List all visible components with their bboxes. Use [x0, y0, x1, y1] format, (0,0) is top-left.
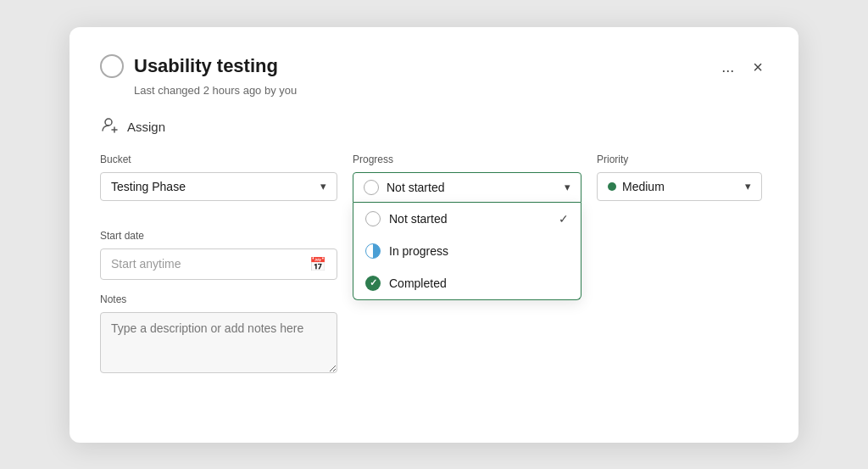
- progress-dropdown[interactable]: Not started ▾: [353, 172, 581, 203]
- not-started-check: ✓: [559, 212, 569, 226]
- more-options-button[interactable]: ...: [716, 55, 739, 80]
- calendar-icon: 📅: [309, 256, 326, 272]
- assign-label: Assign: [127, 120, 165, 134]
- bucket-label: Bucket: [100, 154, 337, 165]
- progress-status-circle: [364, 180, 379, 195]
- in-progress-icon: [365, 243, 381, 259]
- priority-value: Medium: [622, 180, 665, 193]
- start-date-field[interactable]: Start anytime 📅: [100, 248, 337, 280]
- not-started-icon: [365, 211, 381, 226]
- modal-header: Usability testing ... ×: [100, 54, 768, 81]
- modal-subtitle: Last changed 2 hours ago by you: [134, 84, 768, 97]
- left-column: Start date Start anytime 📅 Notes: [100, 216, 337, 373]
- completed-icon: [365, 276, 381, 291]
- title-area: Usability testing: [100, 54, 278, 78]
- task-status-circle[interactable]: [100, 54, 124, 78]
- progress-option-completed[interactable]: Completed: [353, 267, 581, 299]
- priority-dropdown[interactable]: Medium ▾: [597, 172, 762, 201]
- task-modal: Usability testing ... × Last changed 2 h…: [70, 27, 798, 443]
- ellipsis-icon: ...: [721, 59, 734, 76]
- progress-option-not-started[interactable]: Not started ✓: [353, 203, 581, 235]
- not-started-label: Not started: [389, 212, 447, 226]
- progress-dropdown-menu: Not started ✓ In progress Completed: [353, 203, 581, 300]
- close-button[interactable]: ×: [748, 54, 768, 81]
- priority-group: Priority Medium ▾: [597, 154, 762, 201]
- progress-chevron: ▾: [565, 181, 570, 193]
- priority-label: Priority: [597, 154, 762, 165]
- assign-row[interactable]: Assign: [100, 115, 768, 138]
- start-date-group: Start date Start anytime 📅: [100, 230, 337, 280]
- close-icon: ×: [753, 58, 763, 77]
- notes-textarea[interactable]: [100, 312, 337, 373]
- progress-value: Not started: [387, 181, 444, 194]
- progress-label: Progress: [353, 154, 581, 165]
- start-date-placeholder: Start anytime: [111, 257, 181, 271]
- bucket-dropdown[interactable]: Testing Phase ▾: [100, 172, 337, 201]
- assign-icon: [100, 115, 119, 138]
- in-progress-label: In progress: [389, 244, 448, 258]
- start-date-label: Start date: [100, 230, 337, 242]
- bucket-value: Testing Phase: [111, 180, 186, 193]
- progress-option-in-progress[interactable]: In progress: [353, 235, 581, 267]
- notes-label: Notes: [100, 293, 337, 305]
- completed-label: Completed: [389, 276, 447, 290]
- svg-point-0: [105, 119, 112, 126]
- priority-chevron: ▾: [745, 180, 751, 193]
- bucket-group: Bucket Testing Phase ▾: [100, 154, 337, 201]
- notes-group: Notes: [100, 293, 337, 373]
- priority-dot: [608, 182, 616, 191]
- modal-actions: ... ×: [716, 54, 768, 81]
- modal-title: Usability testing: [134, 55, 278, 77]
- fields-row: Bucket Testing Phase ▾ Progress Not star…: [100, 154, 768, 203]
- bucket-chevron: ▾: [320, 180, 326, 193]
- progress-group: Progress Not started ▾ Not started ✓ In …: [353, 154, 581, 203]
